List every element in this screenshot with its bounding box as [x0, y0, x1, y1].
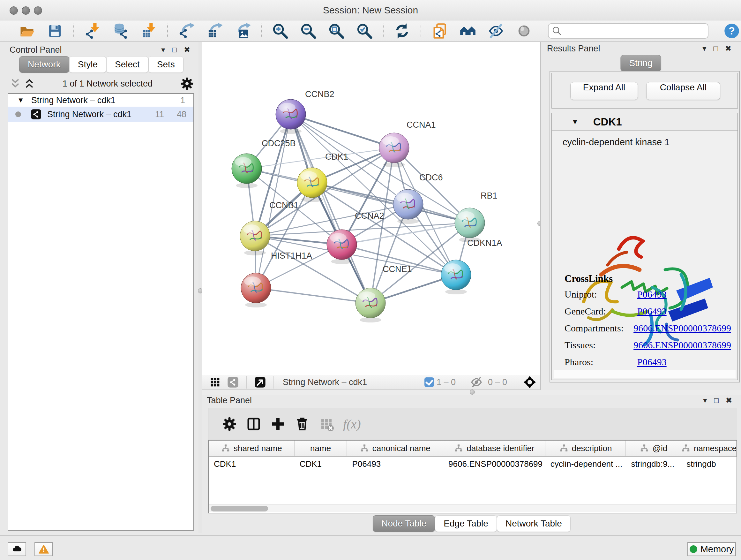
results-panel-float-icon[interactable]: □: [713, 43, 718, 54]
network-edge[interactable]: [291, 114, 370, 303]
add-column-icon[interactable]: [269, 415, 287, 433]
selected-nodes-checkbox[interactable]: [424, 377, 434, 387]
control-panel-collapse-icon[interactable]: ▾: [161, 44, 165, 56]
column-header-namespace[interactable]: namespace: [681, 441, 737, 456]
column-header--id[interactable]: @id: [626, 441, 681, 456]
table-panel-float-icon[interactable]: □: [714, 395, 719, 406]
column-header-name[interactable]: name: [294, 441, 347, 456]
network-node-count: 11: [155, 110, 164, 119]
search-input[interactable]: [548, 23, 709, 39]
hide-selected-icon[interactable]: [487, 22, 505, 40]
table-panel-close-icon[interactable]: ✖: [726, 395, 732, 406]
tab-sets[interactable]: Sets: [148, 56, 184, 73]
table-cell[interactable]: stringdb:9...: [626, 456, 681, 471]
network-node-CCNA1[interactable]: [379, 133, 409, 167]
window-titlebar: Session: New Session: [0, 0, 741, 20]
collapse-all-button[interactable]: Collapse All: [646, 82, 720, 100]
column-header-shared-name[interactable]: shared name: [209, 441, 294, 456]
collection-disclosure-icon[interactable]: ▼: [17, 96, 24, 105]
table-row[interactable]: CDK1CDK1P064939606.ENSP00000378699cyclin…: [209, 456, 737, 471]
network-node-CDKN1A[interactable]: [441, 260, 471, 294]
export-table-icon[interactable]: [205, 22, 223, 40]
column-header-canonical-name[interactable]: canonical name: [347, 441, 443, 456]
crosslink-link[interactable]: P06493: [637, 306, 667, 317]
refresh-icon[interactable]: [393, 22, 411, 40]
expand-all-networks-icon[interactable]: [9, 77, 22, 90]
results-panel-close-icon[interactable]: ✖: [725, 43, 731, 54]
horizontal-splitter-handle[interactable]: [470, 389, 475, 395]
tab-network-table[interactable]: Network Table: [497, 515, 570, 532]
tab-network[interactable]: Network: [19, 56, 69, 73]
fit-selected-crosshair-icon[interactable]: [523, 376, 536, 388]
tab-node-table[interactable]: Node Table: [373, 515, 435, 532]
scrollbar-thumb[interactable]: [211, 506, 268, 511]
expand-all-button[interactable]: Expand All: [570, 82, 638, 100]
control-panel-close-icon[interactable]: ✖: [184, 44, 190, 56]
clone-network-icon[interactable]: [431, 22, 449, 40]
network-edge[interactable]: [291, 114, 394, 148]
crosslink-link[interactable]: P06493: [637, 357, 667, 368]
crosslink-link[interactable]: P06493: [637, 289, 667, 300]
network-node-CCNE1[interactable]: [355, 288, 386, 322]
memory-button[interactable]: Memory: [687, 542, 736, 556]
horizontal-splitter[interactable]: [202, 390, 741, 395]
table-cell[interactable]: cyclin-dependent ...: [545, 456, 626, 471]
network-edge[interactable]: [312, 183, 470, 223]
tab-select[interactable]: Select: [106, 56, 148, 73]
results-tab-string[interactable]: String: [620, 55, 661, 71]
left-splitter[interactable]: [199, 42, 202, 533]
network-node-CCNB1[interactable]: [240, 221, 270, 255]
warning-button[interactable]: [35, 542, 53, 556]
entry-disclosure-icon[interactable]: ▼: [571, 118, 579, 126]
network-node-CDC25B[interactable]: [232, 153, 262, 188]
delete-column-icon[interactable]: [293, 415, 311, 433]
toolbar-separator: [261, 23, 262, 38]
table-cell[interactable]: CDK1: [294, 456, 347, 471]
import-network-icon[interactable]: [84, 22, 102, 40]
network-node-RB1[interactable]: [455, 208, 485, 242]
crosslink-link[interactable]: 9606.ENSP00000378699: [633, 340, 731, 351]
network-options-gear-icon[interactable]: [180, 77, 194, 91]
crosslink-link[interactable]: 9606.ENSP00000378699: [633, 323, 731, 334]
collapse-all-networks-icon[interactable]: [23, 77, 36, 90]
network-node-HIST1H1A[interactable]: [241, 273, 271, 307]
network-canvas[interactable]: CCNB2CCNA1CDC25BCDK1CDC6RB1CCNB1CCNA2CDK…: [202, 42, 540, 375]
table-cell[interactable]: stringdb: [681, 456, 737, 471]
network-edge[interactable]: [247, 148, 394, 169]
table-cell[interactable]: 9606.ENSP00000378699: [443, 456, 545, 471]
network-row-selected[interactable]: String Network – cdk1 11 48: [8, 107, 193, 122]
table-panel-collapse-icon[interactable]: ▾: [703, 395, 707, 406]
import-table-icon[interactable]: [140, 22, 158, 40]
column-header-database-identifier[interactable]: database identifier: [443, 441, 545, 456]
zoom-in-icon[interactable]: [271, 22, 289, 40]
network-node-CCNB2[interactable]: [276, 99, 306, 134]
import-database-icon[interactable]: [112, 22, 130, 40]
column-header-description[interactable]: description: [545, 441, 626, 456]
table-options-gear-icon[interactable]: [220, 415, 239, 433]
results-panel-collapse-icon[interactable]: ▾: [702, 43, 706, 54]
show-all-icon[interactable]: [515, 22, 533, 40]
zoom-selected-icon[interactable]: [355, 22, 374, 40]
tab-edge-table[interactable]: Edge Table: [435, 515, 497, 532]
birds-eye-view-icon[interactable]: [209, 376, 221, 388]
home-icon[interactable]: [459, 22, 477, 40]
table-cell[interactable]: P06493: [347, 456, 443, 471]
zoom-fit-icon[interactable]: [327, 22, 345, 40]
detach-view-icon[interactable]: [254, 376, 266, 388]
export-network-icon[interactable]: [178, 22, 195, 40]
network-edge[interactable]: [256, 288, 370, 303]
cloud-button[interactable]: [8, 542, 26, 556]
zoom-out-icon[interactable]: [299, 22, 317, 40]
table-cell[interactable]: CDK1: [209, 456, 294, 471]
export-image-icon[interactable]: [233, 22, 252, 40]
help-icon[interactable]: ?: [723, 22, 740, 40]
function-builder-icon: f(x): [343, 417, 361, 432]
open-icon[interactable]: [18, 22, 36, 40]
tab-style[interactable]: Style: [69, 56, 106, 73]
show-columns-icon[interactable]: [245, 415, 263, 433]
table-horizontal-scrollbar[interactable]: [209, 504, 736, 512]
save-icon[interactable]: [46, 22, 64, 40]
node-entry-header[interactable]: ▼ CDK1: [552, 113, 738, 131]
network-collection-row[interactable]: ▼ String Network – cdk1 1: [8, 94, 193, 107]
control-panel-float-icon[interactable]: □: [172, 44, 177, 56]
